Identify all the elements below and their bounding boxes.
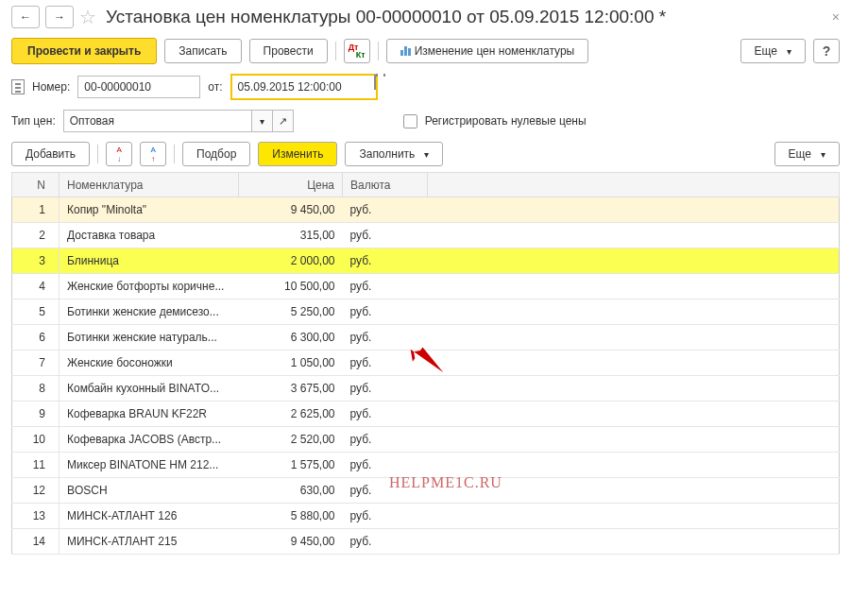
document-icon <box>11 79 25 94</box>
register-zero-label: Регистрировать нулевые цены <box>425 114 587 128</box>
sort-desc-button[interactable]: A↑ <box>140 142 166 166</box>
cell-currency: руб. <box>343 453 428 478</box>
price-table: N Номенклатура Цена Валюта 1Копир "Minol… <box>11 172 840 555</box>
cell-spacer <box>428 351 840 376</box>
help-button[interactable]: ? <box>813 39 840 63</box>
post-and-close-button[interactable]: Провести и закрыть <box>11 38 157 64</box>
cell-name: МИНСК-АТЛАНТ 215 <box>60 529 239 555</box>
cell-price: 6 300,00 <box>239 325 343 351</box>
debit-credit-button[interactable]: ДтКт <box>344 39 370 63</box>
date-input[interactable]: 05.09.2015 12:00:00 <box>232 76 374 98</box>
star-icon[interactable]: ☆ <box>79 6 96 28</box>
cell-spacer <box>428 504 840 529</box>
more-button[interactable]: Еще <box>740 39 806 63</box>
fill-button[interactable]: Заполнить <box>345 142 443 166</box>
table-row[interactable]: 7Женские босоножки1 050,00руб. <box>12 351 840 376</box>
cell-name: Женские босоножки <box>60 351 239 376</box>
calendar-icon <box>374 75 376 90</box>
back-button[interactable]: ← <box>11 6 40 28</box>
col-n[interactable]: N <box>12 173 60 197</box>
cell-price: 5 880,00 <box>239 504 343 529</box>
cell-spacer <box>428 529 840 555</box>
write-button[interactable]: Записать <box>164 39 241 63</box>
pick-button[interactable]: Подбор <box>182 142 250 166</box>
cell-price: 10 500,00 <box>239 274 343 299</box>
cell-currency: руб. <box>343 529 428 555</box>
cell-name: Миксер BINATONE HM 212... <box>60 453 239 478</box>
sort-asc-button[interactable]: A↓ <box>106 142 132 166</box>
table-row[interactable]: 10Кофеварка JACOBS (Австр...2 520,00руб. <box>12 427 840 453</box>
open-reference-button[interactable]: ↗ <box>273 110 294 132</box>
table-row[interactable]: 2Доставка товара315,00руб. <box>12 223 840 248</box>
date-input-group: 05.09.2015 12:00:00 <box>230 74 378 100</box>
cell-price: 9 450,00 <box>239 529 343 555</box>
cell-currency: руб. <box>343 427 428 453</box>
date-from-label: от: <box>208 80 222 94</box>
cell-n: 4 <box>12 274 60 299</box>
cell-name: Комбайн кухонный BINATO... <box>60 376 239 402</box>
table-row[interactable]: 8Комбайн кухонный BINATO...3 675,00руб. <box>12 376 840 402</box>
page-title: Установка цен номенклатуры 00-00000010 о… <box>106 7 666 27</box>
number-input[interactable]: 00-00000010 <box>77 76 200 98</box>
chart-icon <box>400 46 411 56</box>
cell-price: 2 000,00 <box>239 248 343 274</box>
table-row[interactable]: 12BOSCH630,00руб. <box>12 478 840 504</box>
table-row[interactable]: 6Ботинки женские натураль...6 300,00руб. <box>12 325 840 351</box>
cell-price: 2 520,00 <box>239 427 343 453</box>
input-value: Оптовая <box>70 114 114 128</box>
sort-asc-icon: A↓ <box>116 145 121 163</box>
cell-currency: руб. <box>343 478 428 504</box>
cell-currency: руб. <box>343 351 428 376</box>
register-zero-checkbox[interactable] <box>403 114 417 128</box>
cell-name: Женские ботфорты коричне... <box>60 274 239 299</box>
cell-price: 5 250,00 <box>239 299 343 325</box>
separator <box>378 42 379 60</box>
close-icon[interactable]: × <box>832 9 840 25</box>
forward-button[interactable]: → <box>45 6 74 28</box>
table-row[interactable]: 9Кофеварка BRAUN KF22R2 625,00руб. <box>12 402 840 427</box>
add-button[interactable]: Добавить <box>11 142 90 166</box>
help-icon: ? <box>823 43 831 59</box>
cell-currency: руб. <box>343 325 428 351</box>
price-change-report-button[interactable]: Изменение цен номенклатуры <box>386 39 589 63</box>
cell-n: 10 <box>12 427 60 453</box>
post-button[interactable]: Провести <box>249 39 328 63</box>
price-type-label: Тип цен: <box>11 114 56 128</box>
sort-desc-icon: A↑ <box>150 145 155 163</box>
table-row[interactable]: 14МИНСК-АТЛАНТ 2159 450,00руб. <box>12 529 840 555</box>
arrow-right-icon: → <box>54 10 65 24</box>
table-row[interactable]: 3Блинница2 000,00руб. <box>12 248 840 274</box>
cell-n: 6 <box>12 325 60 351</box>
separator <box>335 42 336 60</box>
cell-name: Ботинки женские натураль... <box>60 325 239 351</box>
col-spacer <box>428 173 840 197</box>
open-icon: ↗ <box>279 115 287 128</box>
cell-name: Доставка товара <box>60 223 239 248</box>
col-name[interactable]: Номенклатура <box>60 173 239 197</box>
cell-price: 2 625,00 <box>239 402 343 427</box>
table-row[interactable]: 4Женские ботфорты коричне...10 500,00руб… <box>12 274 840 299</box>
table-row[interactable]: 13МИНСК-АТЛАНТ 1265 880,00руб. <box>12 504 840 529</box>
cell-spacer <box>428 478 840 504</box>
cell-n: 7 <box>12 351 60 376</box>
price-type-input[interactable]: Оптовая <box>63 110 252 132</box>
calendar-button[interactable] <box>374 76 376 98</box>
number-label: Номер: <box>32 80 70 94</box>
separator <box>97 145 98 163</box>
cell-price: 1 575,00 <box>239 453 343 478</box>
cell-n: 3 <box>12 248 60 274</box>
table-more-button[interactable]: Еще <box>774 142 840 166</box>
cell-spacer <box>428 427 840 453</box>
cell-currency: руб. <box>343 402 428 427</box>
col-currency[interactable]: Валюта <box>343 173 428 197</box>
dropdown-button[interactable]: ▾ <box>252 110 273 132</box>
change-button[interactable]: Изменить <box>258 142 337 166</box>
table-row[interactable]: 11Миксер BINATONE HM 212...1 575,00руб. <box>12 453 840 478</box>
cell-price: 3 675,00 <box>239 376 343 402</box>
table-row[interactable]: 5Ботинки женские демисезо...5 250,00руб. <box>12 299 840 325</box>
col-price[interactable]: Цена <box>239 173 343 197</box>
cell-price: 630,00 <box>239 478 343 504</box>
cell-name: Копир "Minolta" <box>60 197 239 223</box>
cell-spacer <box>428 453 840 478</box>
table-row[interactable]: 1Копир "Minolta"9 450,00руб. <box>12 197 840 223</box>
